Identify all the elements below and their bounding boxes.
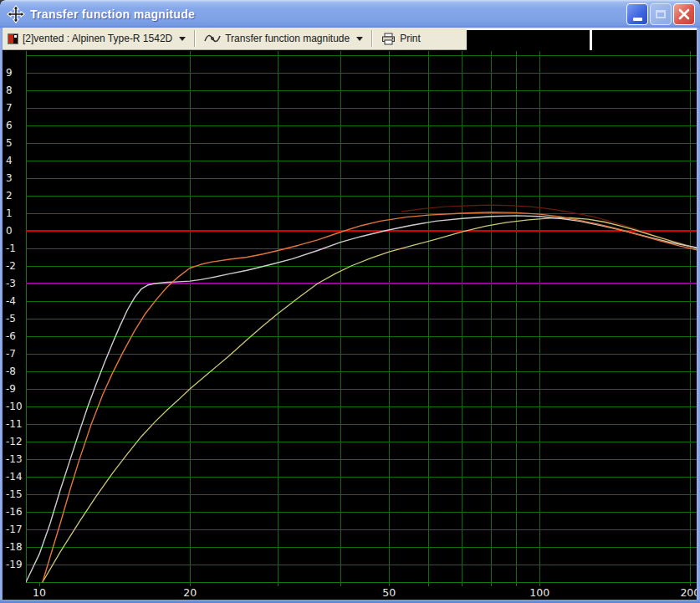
svg-text:5: 5: [6, 137, 13, 149]
transfer-function-chart: 9876543210-1-2-3-4-5-6-7-8-9-10-11-12-13…: [3, 50, 697, 600]
svg-text:-13: -13: [6, 453, 23, 465]
svg-text:-8: -8: [6, 365, 16, 377]
project-selector-label: [2]vented : Alpinen Type-R 1542D: [23, 33, 172, 44]
svg-text:-12: -12: [6, 436, 23, 447]
svg-text:-1: -1: [6, 243, 16, 254]
project-icon: [8, 33, 18, 44]
toolbar-panel: [467, 29, 590, 51]
svg-text:-15: -15: [6, 488, 23, 500]
svg-text:-2: -2: [6, 260, 16, 272]
series-yellow-curve: [43, 218, 697, 583]
svg-text:200: 200: [680, 586, 697, 599]
chart-area[interactable]: 9876543210-1-2-3-4-5-6-7-8-9-10-11-12-13…: [3, 50, 697, 600]
svg-text:4: 4: [6, 155, 13, 166]
window-controls: [626, 3, 695, 25]
svg-text:-19: -19: [6, 559, 23, 570]
svg-text:20: 20: [183, 586, 197, 599]
toolbar-panel: [592, 29, 697, 51]
titlebar[interactable]: Transfer function magnitude: [0, 0, 700, 28]
transfer-curve-icon: [204, 33, 221, 44]
svg-text:-4: -4: [6, 295, 16, 307]
close-button[interactable]: [673, 3, 695, 25]
print-button[interactable]: Print: [376, 29, 426, 49]
svg-text:10: 10: [33, 586, 46, 599]
x-axis-labels: 102050100200: [33, 586, 697, 599]
printer-icon: [381, 33, 396, 45]
x-axis-ticks: [39, 582, 690, 586]
minimize-button[interactable]: [626, 3, 648, 25]
maximize-button[interactable]: [650, 3, 672, 25]
y-axis-labels: 9876543210-1-2-3-4-5-6-7-8-9-10-11-12-13…: [6, 67, 23, 570]
svg-text:-3: -3: [6, 278, 16, 289]
svg-text:-14: -14: [6, 471, 23, 483]
chevron-down-icon: [179, 37, 186, 41]
series-dark-red-curve: [401, 205, 697, 248]
svg-text:50: 50: [382, 586, 396, 599]
vertical-gridlines: [190, 51, 690, 582]
print-button-label: Print: [400, 33, 421, 44]
close-icon: [678, 8, 690, 20]
svg-text:-11: -11: [6, 418, 23, 430]
svg-text:1: 1: [6, 207, 13, 219]
horizontal-gridlines: [26, 55, 697, 582]
toolbar: [2]vented : Alpinen Type-R 1542D Transfe…: [3, 28, 467, 50]
svg-text:2: 2: [6, 190, 13, 202]
svg-text:3: 3: [6, 172, 13, 184]
svg-text:8: 8: [6, 84, 13, 96]
svg-text:100: 100: [529, 586, 549, 599]
window-title: Transfer function magnitude: [30, 8, 195, 21]
window-border-right: [697, 28, 700, 600]
svg-text:9: 9: [6, 67, 13, 79]
maximize-icon: [656, 10, 666, 18]
app-window: Transfer function magnitude [2]vented : …: [0, 0, 700, 603]
graph-type-selector[interactable]: Transfer function magnitude: [199, 29, 368, 49]
svg-text:0: 0: [6, 225, 13, 237]
project-selector[interactable]: [2]vented : Alpinen Type-R 1542D: [3, 29, 191, 49]
svg-text:-10: -10: [6, 401, 23, 412]
graph-selector-label: Transfer function magnitude: [225, 33, 350, 44]
svg-text:6: 6: [6, 120, 13, 131]
svg-text:-17: -17: [6, 524, 23, 535]
axis-lines: [26, 51, 697, 582]
svg-text:-5: -5: [6, 313, 16, 324]
minimize-icon: [633, 18, 642, 21]
svg-text:7: 7: [6, 102, 13, 114]
svg-text:-6: -6: [6, 330, 16, 342]
window-border-bottom: [0, 600, 700, 603]
series-orange-curve: [43, 212, 697, 582]
svg-text:-18: -18: [6, 541, 23, 553]
toolbar-separator: [194, 30, 196, 47]
svg-text:-9: -9: [6, 383, 16, 395]
move-crosshair-icon: [7, 5, 25, 23]
svg-text:-7: -7: [6, 348, 16, 360]
toolbar-separator: [371, 30, 373, 47]
svg-text:-16: -16: [6, 506, 23, 518]
chevron-down-icon: [356, 37, 363, 41]
series-white-curve: [26, 216, 697, 582]
